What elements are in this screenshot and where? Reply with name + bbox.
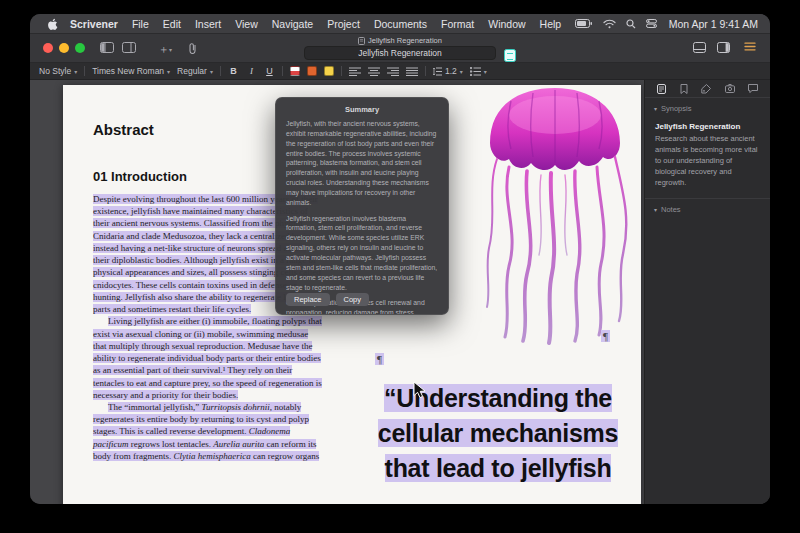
pull-quote[interactable]: “Understanding the cellular mechanisms t… bbox=[373, 381, 623, 486]
font-dropdown[interactable]: Times New Roman▾ bbox=[92, 66, 170, 76]
summary-paragraph: Jellyfish regeneration involves blastema… bbox=[276, 214, 448, 293]
synopsis-text[interactable]: Research about these ancient animals is … bbox=[645, 134, 770, 198]
chevron-down-icon: ▾ bbox=[210, 68, 213, 75]
metadata-tab-icon[interactable] bbox=[701, 84, 711, 94]
chevron-down-icon: ▾ bbox=[460, 68, 463, 75]
ai-summary-popup: Summary Jellyfish, with their ancient ne… bbox=[275, 97, 449, 315]
inspector-tabs bbox=[645, 80, 770, 98]
style-dropdown[interactable]: No Style▾ bbox=[39, 66, 77, 76]
pilcrow-mark: ¶ bbox=[375, 353, 384, 365]
page-title: Abstract bbox=[93, 121, 154, 138]
line-spacing-dropdown[interactable]: 1.2▾ bbox=[433, 66, 463, 76]
summary-paragraph: Jellyfish, with their ancient nervous sy… bbox=[276, 119, 448, 208]
align-justify-button[interactable] bbox=[406, 67, 418, 76]
minimize-button[interactable] bbox=[59, 43, 69, 53]
list-style-dropdown[interactable]: ▾ bbox=[470, 67, 487, 76]
align-left-button[interactable] bbox=[349, 67, 361, 76]
menu-bar: Scrivener File Edit Insert View Navigate… bbox=[30, 14, 770, 34]
chevron-down-icon: ▾ bbox=[167, 68, 170, 75]
bold-button[interactable]: B bbox=[228, 66, 239, 76]
window-title-group: Jellyfish Regeneration Jellyfish Regener… bbox=[295, 35, 505, 60]
menu-item-format[interactable]: Format bbox=[434, 18, 481, 30]
zoom-button[interactable] bbox=[75, 43, 85, 53]
summary-title: Summary bbox=[276, 98, 448, 119]
notes-tab-icon[interactable] bbox=[657, 84, 666, 94]
menu-item-window[interactable]: Window bbox=[481, 18, 532, 30]
bookmarks-tab-icon[interactable] bbox=[680, 84, 688, 94]
pilcrow-mark: ¶ bbox=[601, 330, 610, 342]
text-color-button[interactable] bbox=[290, 66, 300, 76]
wifi-icon[interactable] bbox=[603, 19, 616, 29]
chevron-down-icon: ▾ bbox=[654, 206, 657, 213]
menu-item-project[interactable]: Project bbox=[320, 18, 367, 30]
highlight-color-button[interactable] bbox=[307, 66, 317, 76]
menu-item-navigate[interactable]: Navigate bbox=[265, 18, 320, 30]
close-button[interactable] bbox=[43, 43, 53, 53]
italic-button[interactable]: I bbox=[246, 66, 257, 76]
inspector-panel: ▾ Synopsis Jellyfish Regeneration Resear… bbox=[644, 80, 770, 504]
paragraph: The “immortal jellyfish,” Turritopsis do… bbox=[93, 401, 322, 462]
menu-item-scrivener[interactable]: Scrivener bbox=[63, 18, 125, 30]
menubar-clock[interactable]: Mon Apr 1 9:41 AM bbox=[662, 18, 758, 30]
format-bar: No Style▾ Times New Roman▾ Regular▾ B I … bbox=[30, 63, 770, 80]
align-center-button[interactable] bbox=[368, 67, 380, 76]
highlight-marker-button[interactable] bbox=[324, 66, 334, 76]
paragraph: Living jellyfish are either (i) immobile… bbox=[93, 315, 322, 401]
display: Scrivener File Edit Insert View Navigate… bbox=[30, 14, 770, 504]
menu-item-file[interactable]: File bbox=[125, 18, 156, 30]
add-item-icon[interactable]: ＋▾ bbox=[158, 42, 172, 57]
synopsis-document-title: Jellyfish Regeneration bbox=[645, 117, 770, 134]
menu-item-view[interactable]: View bbox=[228, 18, 265, 30]
menu-item-insert[interactable]: Insert bbox=[188, 18, 228, 30]
control-center-icon[interactable] bbox=[646, 19, 657, 28]
search-icon[interactable] bbox=[626, 19, 636, 29]
chevron-down-icon: ▾ bbox=[654, 105, 657, 112]
line-spacing-icon bbox=[433, 67, 442, 76]
toolbar-menu-icon[interactable] bbox=[744, 42, 756, 51]
main-content: Abstract 01 Introduction Despite evolvin… bbox=[30, 80, 770, 504]
font-weight-dropdown[interactable]: Regular▾ bbox=[177, 66, 213, 76]
quick-reference-icon[interactable] bbox=[504, 49, 516, 62]
apple-menu-icon[interactable] bbox=[47, 17, 58, 30]
comments-tab-icon[interactable] bbox=[748, 84, 758, 93]
copy-button[interactable]: Copy bbox=[336, 293, 370, 306]
replace-button[interactable]: Replace bbox=[286, 293, 330, 306]
section-heading: 01 Introduction bbox=[93, 169, 187, 184]
snapshots-tab-icon[interactable] bbox=[725, 84, 735, 93]
menu-item-help[interactable]: Help bbox=[533, 18, 569, 30]
chevron-down-icon: ▾ bbox=[74, 68, 77, 75]
window-title-bar: ＋▾ Jellyfish Regeneration Jellyfish Rege… bbox=[30, 34, 770, 63]
inspector-toggle-icon[interactable] bbox=[717, 42, 730, 53]
document-icon bbox=[358, 37, 365, 45]
document-tab[interactable]: Jellyfish Regeneration bbox=[295, 35, 505, 46]
mouse-cursor bbox=[413, 381, 426, 399]
align-right-button[interactable] bbox=[387, 67, 399, 76]
synopsis-section-header[interactable]: ▾ Synopsis bbox=[645, 98, 770, 117]
chevron-down-icon: ▾ bbox=[484, 68, 487, 75]
binder-toggle-icon[interactable] bbox=[100, 42, 114, 53]
document-title-field[interactable]: Jellyfish Regeneration bbox=[304, 46, 496, 60]
battery-icon[interactable] bbox=[575, 19, 593, 28]
layouts-icon[interactable] bbox=[122, 42, 136, 53]
menu-item-documents[interactable]: Documents bbox=[367, 18, 434, 30]
underline-button[interactable]: U bbox=[264, 66, 275, 76]
paperclip-icon[interactable] bbox=[188, 42, 197, 54]
window-title: Jellyfish Regeneration bbox=[368, 36, 442, 45]
notes-section-header[interactable]: ▾ Notes bbox=[645, 198, 770, 218]
list-icon bbox=[470, 67, 481, 76]
copyholder-icon[interactable] bbox=[693, 42, 706, 53]
menu-item-edit[interactable]: Edit bbox=[156, 18, 188, 30]
